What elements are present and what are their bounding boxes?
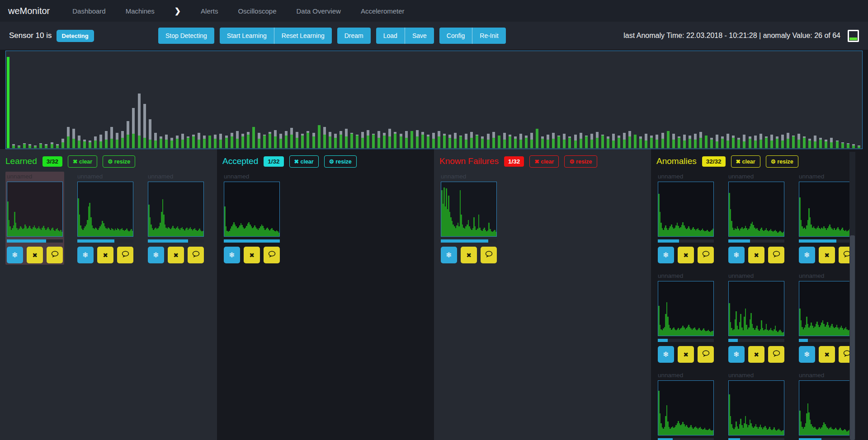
comment-button[interactable]: [481, 247, 497, 263]
spectrum-green-bar: [372, 135, 375, 148]
delete-button[interactable]: ✖: [678, 346, 694, 363]
card-progress-track: [799, 438, 855, 440]
delete-button[interactable]: ✖: [27, 247, 43, 263]
resize-button[interactable]: ⚙ resize: [564, 155, 597, 168]
card-grid: unnamed❄✖unnamed❄✖unnamed❄✖unnamed❄✖unna…: [656, 172, 868, 440]
freeze-button[interactable]: ❄: [77, 247, 94, 263]
freeze-button[interactable]: ❄: [728, 346, 745, 363]
spectrum-bin: [797, 52, 800, 148]
delete-button[interactable]: ✖: [168, 247, 184, 263]
freeze-button[interactable]: ❄: [728, 247, 745, 263]
start-learning-button[interactable]: Start Learning: [220, 28, 274, 44]
stop-detecting-button[interactable]: Stop Detecting: [158, 28, 214, 44]
spectrum-green-bar: [274, 136, 277, 148]
spectrum-bin: [269, 52, 271, 148]
sensor-state-badge: Detecting: [57, 30, 94, 42]
freeze-button[interactable]: ❄: [799, 346, 815, 363]
app-brand[interactable]: weMonitor: [8, 6, 50, 16]
card-progress-fill: [799, 239, 836, 243]
pattern-card[interactable]: unnamed❄✖: [727, 172, 786, 265]
pattern-card[interactable]: unnamed❄✖: [797, 172, 856, 265]
card-progress-track: [77, 239, 133, 243]
comment-button[interactable]: [47, 247, 63, 263]
config-button[interactable]: Config: [439, 28, 472, 44]
dream-button[interactable]: Dream: [337, 28, 371, 44]
pattern-card[interactable]: unnamed❄✖: [76, 172, 135, 265]
resize-button[interactable]: ⚙ resize: [324, 155, 357, 168]
comment-button[interactable]: [117, 247, 133, 263]
category-sections: Learned3/32✖ clear⚙ resizeunnamed❄✖unnam…: [0, 149, 868, 440]
freeze-button[interactable]: ❄: [224, 247, 240, 263]
pattern-card[interactable]: unnamed❄✖: [146, 172, 205, 265]
comment-button[interactable]: [698, 247, 714, 263]
delete-button[interactable]: ✖: [678, 247, 694, 263]
comment-button[interactable]: [264, 247, 280, 263]
clear-button[interactable]: ✖ clear: [68, 155, 97, 168]
spectrum-green-bar: [214, 139, 217, 148]
scrollbar-thumb[interactable]: [850, 235, 855, 440]
spectrum-green-bar: [547, 140, 549, 148]
pattern-card[interactable]: unnamed❄✖: [656, 370, 715, 440]
nav-item-accelerometer[interactable]: Accelerometer: [361, 7, 405, 15]
freeze-button[interactable]: ❄: [148, 247, 164, 263]
resize-button[interactable]: ⚙ resize: [103, 155, 135, 168]
comment-button[interactable]: [768, 346, 784, 363]
pattern-card[interactable]: unnamed❄✖: [5, 172, 64, 265]
delete-button[interactable]: ✖: [819, 247, 835, 263]
pattern-card[interactable]: unnamed❄✖: [797, 370, 856, 440]
pattern-card[interactable]: unnamed❄✖: [727, 271, 786, 364]
spectrum-green-bar: [187, 138, 189, 148]
pattern-card[interactable]: unnamed❄✖: [727, 370, 786, 440]
card-progress-fill: [799, 339, 808, 342]
spectrum-bin: [547, 52, 549, 148]
section-title: Accepted: [222, 156, 258, 166]
delete-button[interactable]: ✖: [244, 247, 260, 263]
freeze-button[interactable]: ❄: [658, 346, 674, 363]
speech-bubble-icon: [51, 251, 59, 260]
pattern-card[interactable]: unnamed❄✖: [797, 271, 856, 364]
save-button[interactable]: Save: [405, 28, 434, 44]
nav-item-dashboard[interactable]: Dashboard: [72, 7, 105, 15]
spectrum-bin: [563, 52, 566, 148]
delete-button[interactable]: ✖: [461, 247, 477, 263]
reset-learning-button[interactable]: Reset Learning: [274, 28, 332, 44]
card-buttons: ❄✖: [224, 247, 280, 263]
comment-button[interactable]: [188, 247, 204, 263]
reinit-button[interactable]: Re-Init: [472, 28, 505, 44]
nav-item-data-overview[interactable]: Data Overview: [297, 7, 341, 15]
freeze-button[interactable]: ❄: [799, 247, 815, 263]
pattern-card[interactable]: unnamed❄✖: [656, 172, 715, 265]
load-button[interactable]: Load: [376, 28, 405, 44]
clear-button[interactable]: ✖ clear: [529, 155, 559, 168]
freeze-button[interactable]: ❄: [441, 247, 457, 263]
mini-chart-bar: [495, 232, 497, 236]
snowflake-icon: ❄: [12, 251, 18, 259]
clear-button[interactable]: ✖ clear: [731, 155, 760, 168]
delete-button[interactable]: ✖: [97, 247, 113, 263]
x-icon: ✖: [32, 252, 38, 259]
spectrum-bin: [279, 52, 282, 148]
freeze-button[interactable]: ❄: [7, 247, 23, 263]
resize-button[interactable]: ⚙ resize: [766, 155, 798, 168]
spectrum-bin: [258, 52, 260, 148]
card-name-label: unnamed: [728, 372, 784, 380]
delete-button[interactable]: ✖: [819, 346, 835, 363]
spectrum-bin: [541, 52, 544, 148]
nav-item-machines[interactable]: Machines: [126, 7, 155, 15]
pattern-card[interactable]: unnamed❄✖: [439, 172, 498, 265]
spectrum-bin: [792, 52, 795, 148]
comment-button[interactable]: [698, 346, 714, 363]
spectrum-bin: [192, 52, 195, 148]
nav-item-oscilloscope[interactable]: Oscilloscope: [238, 7, 276, 15]
anomalies-scrollbar[interactable]: [849, 152, 855, 440]
nav-chevron-icon[interactable]: ❯: [175, 6, 181, 16]
clear-button[interactable]: ✖ clear: [289, 155, 319, 168]
card-progress-track: [7, 239, 63, 243]
pattern-card[interactable]: unnamed❄✖: [656, 271, 715, 364]
delete-button[interactable]: ✖: [748, 247, 764, 263]
nav-item-alerts[interactable]: Alerts: [201, 7, 218, 15]
comment-button[interactable]: [768, 247, 784, 263]
delete-button[interactable]: ✖: [748, 346, 764, 363]
pattern-card[interactable]: unnamed❄✖: [222, 172, 281, 265]
freeze-button[interactable]: ❄: [658, 247, 674, 263]
